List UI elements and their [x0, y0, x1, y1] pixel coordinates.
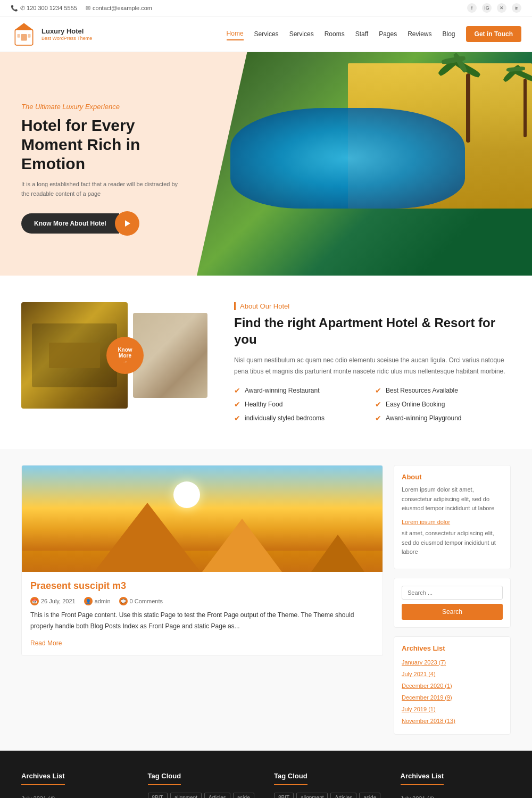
- hero-title: Hotel for Every Moment Rich in Emotion: [21, 116, 181, 173]
- linkedin-icon[interactable]: in: [512, 3, 521, 13]
- footer-tags-title-2: Tag Cloud: [274, 772, 307, 785]
- feature-item: ✔ Healthy Food: [234, 400, 370, 409]
- about-images: KnowMore →: [21, 302, 218, 414]
- pool-visual: [230, 108, 465, 209]
- footer-col-archives-1: Archives List July 2021 (4)December 2020…: [21, 772, 132, 798]
- archive-item[interactable]: July 2019 (1): [402, 703, 503, 715]
- svg-marker-6: [125, 220, 130, 227]
- archive-item[interactable]: November 2018 (13): [402, 715, 503, 727]
- check-icon-2: ✔: [375, 386, 381, 395]
- archive-item[interactable]: December 2020 (1): [402, 680, 503, 692]
- tag-item[interactable]: Articles: [204, 793, 230, 798]
- blog-post-image: [22, 466, 383, 572]
- arrow-icon: →: [122, 359, 128, 364]
- blog-card: Praesent suscipit m3 📅 26 July, 2021 👤 a…: [21, 465, 383, 656]
- play-circle-button[interactable]: [115, 211, 139, 236]
- footer-archive-item[interactable]: July 2021 (4): [21, 793, 132, 798]
- blog-card-body: Praesent suscipit m3 📅 26 July, 2021 👤 a…: [22, 572, 383, 655]
- read-more-link[interactable]: Read More: [30, 639, 62, 647]
- feature-label-2: Best Resources Available: [386, 387, 458, 394]
- facebook-icon[interactable]: f: [467, 3, 477, 13]
- nav-rooms[interactable]: Rooms: [325, 28, 345, 40]
- tag-item[interactable]: Articles: [330, 793, 356, 798]
- get-in-touch-button[interactable]: Get in Touch: [466, 26, 521, 42]
- hero-bg: [197, 52, 532, 276]
- svg-point-2: [22, 25, 26, 29]
- footer-col-tags-1: Tag Cloud 8BITalignmentArticlesasidecapt…: [148, 772, 259, 798]
- play-icon: [123, 219, 131, 228]
- blog-post-title: Praesent suscipit m3: [30, 580, 374, 592]
- nav-home[interactable]: Home: [227, 28, 244, 40]
- know-more-label: KnowMore: [118, 347, 132, 359]
- feature-item: ✔ Award-winning Playground: [375, 414, 511, 422]
- sidebar-about-title: About: [402, 473, 503, 481]
- search-input[interactable]: [402, 586, 503, 600]
- footer-col4-items: July 2021 (4)December 2020 (1)December 2…: [401, 793, 511, 798]
- pyramid-2: [202, 519, 282, 572]
- nav-links: Home Services Services Rooms Staff Pages…: [227, 26, 521, 42]
- footer-archive-item[interactable]: July 2021 (4): [401, 793, 511, 798]
- palm-tree-far-right: [523, 63, 527, 137]
- archive-item[interactable]: December 2019 (9): [402, 692, 503, 703]
- tag-item[interactable]: alignment: [296, 793, 328, 798]
- hero-image: [197, 52, 532, 276]
- nav-blog[interactable]: Blog: [443, 28, 455, 40]
- nav-pages[interactable]: Pages: [379, 28, 397, 40]
- check-icon-3: ✔: [234, 400, 240, 409]
- footer-tags-title-1: Tag Cloud: [148, 772, 181, 785]
- logo-subtitle: Best WordPress Theme: [41, 36, 92, 41]
- about-tag: About Our Hotel: [234, 302, 511, 310]
- nav-services1[interactable]: Services: [254, 28, 279, 40]
- check-icon-1: ✔: [234, 386, 240, 395]
- nav-reviews[interactable]: Reviews: [408, 28, 431, 40]
- blog-date: 📅 26 July, 2021: [30, 597, 76, 605]
- feature-item: ✔ Award-winning Restaurant: [234, 386, 370, 395]
- about-title: Find the right Apartment Hotel & Resort …: [234, 314, 511, 347]
- sidebar-archives-title: Archives List: [402, 644, 503, 652]
- search-button[interactable]: Search: [402, 604, 503, 620]
- pyramid-1: [94, 503, 201, 572]
- tag-item[interactable]: 8BIT: [148, 793, 168, 798]
- blog-author: 👤 admin: [84, 597, 111, 605]
- author-icon: 👤: [84, 597, 93, 605]
- sidebar-about-link[interactable]: Lorem ipsum dolor: [402, 519, 450, 525]
- tag-item[interactable]: 8BIT: [274, 793, 294, 798]
- email: ✉ contact@example.com: [86, 5, 152, 12]
- hotel-room-image-secondary: [133, 313, 207, 398]
- feature-label-4: Easy Online Booking: [386, 401, 445, 408]
- instagram-icon[interactable]: IG: [482, 3, 492, 13]
- about-description: Nisl quam nestibulum ac quam nec odio el…: [234, 355, 511, 377]
- know-more-circle-button[interactable]: KnowMore →: [106, 337, 144, 374]
- twitter-icon[interactable]: ✕: [497, 3, 506, 13]
- svg-rect-4: [18, 34, 20, 38]
- know-more-button[interactable]: Know More About Hotel: [21, 213, 119, 234]
- logo: Luxury Hotel Best WordPress Theme: [11, 21, 92, 47]
- nav-staff[interactable]: Staff: [355, 28, 368, 40]
- svg-rect-3: [21, 34, 27, 41]
- blog-meta: 📅 26 July, 2021 👤 admin 💬 0 Comments: [30, 597, 374, 605]
- check-icon-5: ✔: [234, 414, 240, 422]
- feature-label-6: Award-winning Playground: [386, 414, 462, 422]
- sidebar-archives-widget: Archives List January 2023 (7) July 2021…: [394, 636, 511, 735]
- footer-archives-title-2: Archives List: [401, 772, 444, 785]
- check-icon-6: ✔: [375, 414, 381, 422]
- phone-icon: 📞: [11, 5, 18, 12]
- feature-item: ✔ Easy Online Booking: [375, 400, 511, 409]
- sidebar-about-text-2: sit amet, consectetur adipiscing elit, s…: [402, 529, 503, 557]
- footer-col3-tags: 8BITalignmentArticlesasidecaptionscatego…: [274, 793, 385, 798]
- tag-item[interactable]: alignment: [170, 793, 202, 798]
- svg-rect-5: [28, 34, 31, 38]
- hero-description: It is a long established fact that a rea…: [21, 180, 181, 198]
- tag-item[interactable]: aside: [359, 793, 380, 798]
- sidebar-search-widget: Search: [394, 578, 511, 628]
- check-icon-4: ✔: [375, 400, 381, 409]
- blog-main: Praesent suscipit m3 📅 26 July, 2021 👤 a…: [21, 465, 383, 735]
- archive-item[interactable]: January 2023 (7): [402, 656, 503, 668]
- archive-item[interactable]: July 2021 (4): [402, 668, 503, 680]
- pyramid-3: [311, 535, 364, 572]
- social-links: f IG ✕ in: [467, 3, 521, 13]
- navbar: Luxury Hotel Best WordPress Theme Home S…: [0, 16, 532, 52]
- tag-item[interactable]: aside: [233, 793, 254, 798]
- nav-services2[interactable]: Services: [289, 28, 314, 40]
- logo-name: Luxury Hotel: [41, 27, 92, 36]
